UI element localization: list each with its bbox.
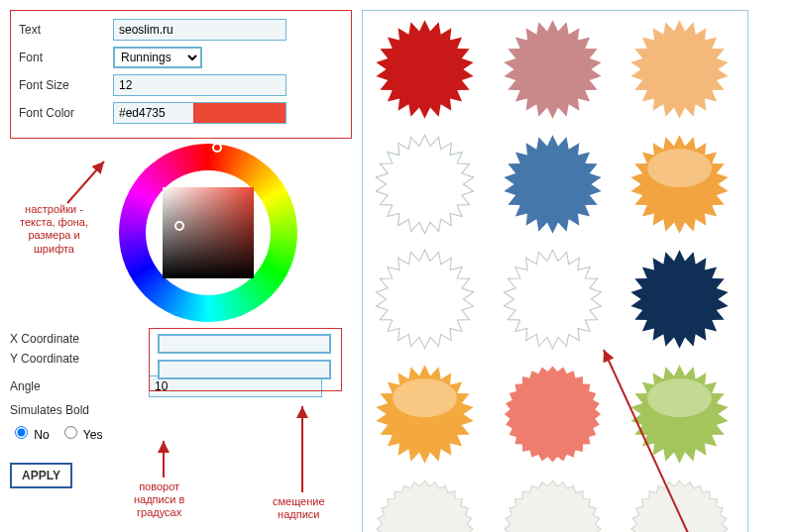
fontsize-label: Font Size xyxy=(19,78,113,92)
sv-cursor[interactable] xyxy=(174,221,184,231)
bold-label: Simulates Bold xyxy=(10,403,149,417)
coordinate-group xyxy=(149,328,342,391)
arrow-icon xyxy=(59,154,119,213)
fontcolor-label: Font Color xyxy=(19,106,113,120)
svg-point-5 xyxy=(647,378,712,417)
svg-line-0 xyxy=(67,161,104,203)
badge-template[interactable] xyxy=(496,361,610,468)
badge-template[interactable] xyxy=(623,131,737,238)
text-label: Text xyxy=(19,23,113,37)
badge-template[interactable] xyxy=(496,16,610,123)
radio-no[interactable] xyxy=(15,426,28,439)
hue-cursor[interactable] xyxy=(212,143,222,153)
badge-template[interactable] xyxy=(496,476,610,532)
text-settings-group: Text Font Runnings Font Size Font Color … xyxy=(10,10,352,139)
badge-template[interactable] xyxy=(368,16,482,123)
radio-yes[interactable] xyxy=(64,426,77,439)
fontcolor-field[interactable]: #ed4735 xyxy=(113,102,286,124)
badge-template[interactable] xyxy=(496,131,610,238)
fontcolor-hex: #ed4735 xyxy=(114,103,193,123)
font-label: Font xyxy=(19,51,113,64)
apply-button[interactable]: APPLY xyxy=(10,463,72,488)
badge-grid xyxy=(368,16,742,532)
xcoord-input[interactable] xyxy=(158,334,331,354)
anno-offset: смещение надписи xyxy=(273,495,325,521)
badge-template[interactable] xyxy=(623,16,737,123)
badge-template[interactable] xyxy=(623,361,737,468)
badge-template[interactable] xyxy=(623,246,737,353)
color-picker[interactable] xyxy=(119,144,297,322)
xcoord-label: X Coordinate xyxy=(10,332,149,346)
svg-point-4 xyxy=(393,378,457,417)
badge-template[interactable] xyxy=(368,476,482,532)
angle-label: Angle xyxy=(10,379,149,393)
font-select[interactable]: Runnings xyxy=(113,47,202,68)
template-panel: шаблон xyxy=(362,10,748,532)
anno-settings: настройки - текста, фона, размера и шриф… xyxy=(20,203,88,256)
saturation-value-box[interactable] xyxy=(163,187,254,278)
fontcolor-swatch xyxy=(193,103,285,123)
fontsize-input[interactable] xyxy=(113,74,286,96)
badge-template[interactable] xyxy=(368,131,482,238)
svg-point-3 xyxy=(647,149,712,187)
badge-template[interactable] xyxy=(623,476,737,532)
badge-template[interactable] xyxy=(496,246,610,353)
radio-no-label[interactable]: No xyxy=(10,423,50,442)
ycoord-input[interactable] xyxy=(158,360,331,379)
text-input[interactable] xyxy=(113,19,286,41)
badge-template[interactable] xyxy=(368,246,482,353)
badge-template[interactable] xyxy=(368,361,482,468)
ycoord-label: Y Coordinate xyxy=(10,352,149,366)
radio-yes-label[interactable]: Yes xyxy=(59,423,103,442)
